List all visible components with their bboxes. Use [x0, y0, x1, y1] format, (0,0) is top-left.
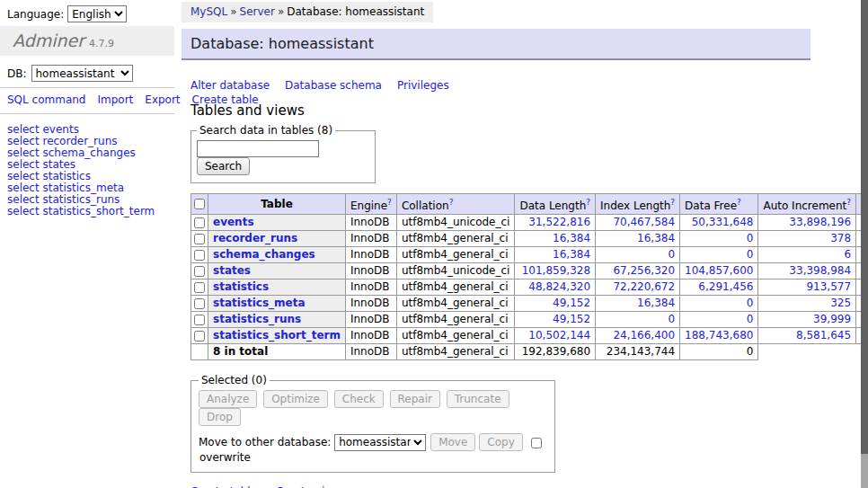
truncate-button[interactable]: Truncate: [447, 390, 509, 408]
analyze-button[interactable]: Analyze: [199, 390, 257, 408]
move-button[interactable]: Move: [430, 433, 475, 451]
row-select-checkbox[interactable]: [194, 250, 205, 261]
index-length-link[interactable]: 67,256,320: [613, 264, 675, 277]
engine-cell: InnoDB: [345, 312, 396, 328]
language-select[interactable]: English: [67, 5, 127, 22]
auto-increment-link[interactable]: 8,581,645: [796, 329, 851, 342]
optimize-button[interactable]: Optimize: [263, 390, 328, 408]
auto-increment-link[interactable]: 33,898,196: [789, 216, 851, 228]
auto-increment-link[interactable]: 6: [844, 248, 851, 261]
data-free-link[interactable]: 0: [747, 297, 754, 309]
table-total-row: 8 in total InnoDB utf8mb4_general_ci 192…: [191, 344, 868, 360]
row-select-checkbox[interactable]: [194, 315, 205, 325]
table-row: statistics_runs InnoDB utf8mb4_general_c…: [191, 312, 868, 328]
page-layout: Language:English Adminer4.7.9 DB:homeass…: [0, 0, 861, 488]
engine-cell: InnoDB: [345, 231, 396, 247]
row-select-checkbox[interactable]: [194, 298, 205, 309]
total-data-length: 192,839,680: [515, 344, 596, 360]
overwrite-checkbox[interactable]: [531, 438, 542, 448]
collation-cell: utf8mb4_general_ci: [396, 279, 515, 296]
data-free-link[interactable]: 0: [747, 248, 754, 261]
total-label: 8 in total: [208, 344, 346, 360]
column-header-data-length: Data Length?: [515, 194, 596, 215]
data-free-link[interactable]: 104,857,600: [685, 264, 753, 277]
table-name-link[interactable]: states: [213, 264, 251, 277]
data-free-link[interactable]: 0: [747, 313, 754, 325]
data-length-link[interactable]: 16,384: [553, 248, 590, 261]
table-name-link[interactable]: statistics_runs: [213, 313, 301, 325]
move-database-select[interactable]: homeassistant: [334, 434, 426, 451]
sidebar-link-sql-command[interactable]: SQL command: [7, 93, 85, 106]
breadcrumb-link-mysql[interactable]: MySQL: [190, 5, 227, 18]
row-select-checkbox[interactable]: [194, 266, 205, 277]
column-header-auto-increment: Auto Increment?: [758, 194, 856, 215]
data-length-link[interactable]: 10,502,144: [528, 329, 590, 342]
app-logo: Adminer4.7.9: [0, 26, 174, 56]
data-length-link[interactable]: 16,384: [553, 232, 590, 244]
search-input[interactable]: [197, 140, 319, 157]
data-length-link[interactable]: 49,152: [553, 297, 590, 309]
help-icon[interactable]: ?: [737, 198, 741, 207]
privileges-link[interactable]: Privileges: [397, 79, 449, 92]
scrollbar[interactable]: [861, 0, 868, 488]
table-row: events InnoDB utf8mb4_unicode_ci 31,522,…: [191, 215, 868, 231]
main-content: MySQL»Server»Database: homeassistant Log…: [174, 0, 868, 488]
sidebar-link-import[interactable]: Import: [97, 93, 133, 106]
sidebar-item-select-statistics-short-term[interactable]: select statistics_short_term: [7, 206, 167, 217]
data-free-link[interactable]: 6,291,456: [698, 280, 753, 293]
index-length-link[interactable]: 16,384: [637, 232, 675, 244]
auto-increment-link[interactable]: 913,577: [806, 280, 851, 293]
repair-button[interactable]: Repair: [390, 390, 440, 408]
copy-button[interactable]: Copy: [479, 433, 522, 451]
database-schema-link[interactable]: Database schema: [285, 79, 382, 92]
data-free-link[interactable]: 50,331,648: [692, 216, 754, 228]
index-length-link[interactable]: 0: [668, 313, 675, 325]
app-name: Adminer: [13, 31, 84, 50]
auto-increment-link[interactable]: 39,999: [813, 313, 851, 325]
table-name-link[interactable]: statistics: [213, 280, 269, 293]
app-version[interactable]: 4.7.9: [89, 38, 114, 49]
index-length-link[interactable]: 72,220,672: [613, 280, 675, 293]
index-length-link[interactable]: 0: [668, 248, 675, 261]
table-name-link[interactable]: statistics_meta: [213, 297, 306, 309]
index-length-link[interactable]: 70,467,584: [613, 216, 675, 228]
help-icon[interactable]: ?: [846, 198, 851, 207]
table-name-link[interactable]: events: [213, 216, 254, 228]
table-name-link[interactable]: statistics_short_term: [213, 329, 341, 342]
alter-database-link[interactable]: Alter database: [190, 79, 270, 92]
data-length-link[interactable]: 31,522,816: [528, 216, 590, 228]
check-button[interactable]: Check: [334, 390, 384, 408]
help-icon[interactable]: ?: [449, 198, 454, 207]
db-select[interactable]: homeassistant: [31, 65, 133, 82]
table-row: statistics_meta InnoDB utf8mb4_general_c…: [191, 296, 868, 312]
row-select-checkbox[interactable]: [194, 282, 205, 293]
index-length-link[interactable]: 24,166,400: [613, 329, 675, 342]
table-name-link[interactable]: schema_changes: [213, 248, 315, 261]
row-select-checkbox[interactable]: [194, 234, 205, 244]
row-select-checkbox[interactable]: [194, 217, 205, 228]
breadcrumb-link-server[interactable]: Server: [240, 5, 275, 18]
auto-increment-link[interactable]: 33,398,984: [789, 264, 851, 277]
auto-increment-link[interactable]: 378: [830, 232, 851, 244]
data-length-link[interactable]: 49,152: [553, 313, 590, 325]
data-free-link[interactable]: 0: [747, 232, 754, 244]
data-length-link[interactable]: 48,824,320: [528, 280, 590, 293]
help-icon[interactable]: ?: [670, 198, 675, 207]
row-select-checkbox[interactable]: [194, 331, 205, 342]
selected-fieldset: Selected (0) Analyze Optimize Check Repa…: [190, 374, 555, 473]
data-length-link[interactable]: 101,859,328: [522, 264, 590, 277]
drop-button[interactable]: Drop: [199, 408, 241, 426]
index-length-link[interactable]: 16,384: [637, 297, 675, 309]
table-name-link[interactable]: recorder_runs: [213, 232, 297, 244]
data-free-link[interactable]: 188,743,680: [685, 329, 753, 342]
collation-cell: utf8mb4_general_ci: [396, 296, 515, 312]
engine-cell: InnoDB: [345, 279, 396, 296]
auto-increment-link[interactable]: 325: [830, 297, 851, 309]
search-button[interactable]: Search: [197, 157, 250, 175]
scrollbar-thumb[interactable]: [861, 0, 868, 454]
breadcrumb-separator: »: [227, 5, 239, 18]
total-index-length: 234,143,744: [596, 344, 680, 360]
help-icon[interactable]: ?: [387, 198, 392, 207]
select-all-checkbox[interactable]: [194, 199, 205, 209]
help-icon[interactable]: ?: [586, 198, 590, 207]
